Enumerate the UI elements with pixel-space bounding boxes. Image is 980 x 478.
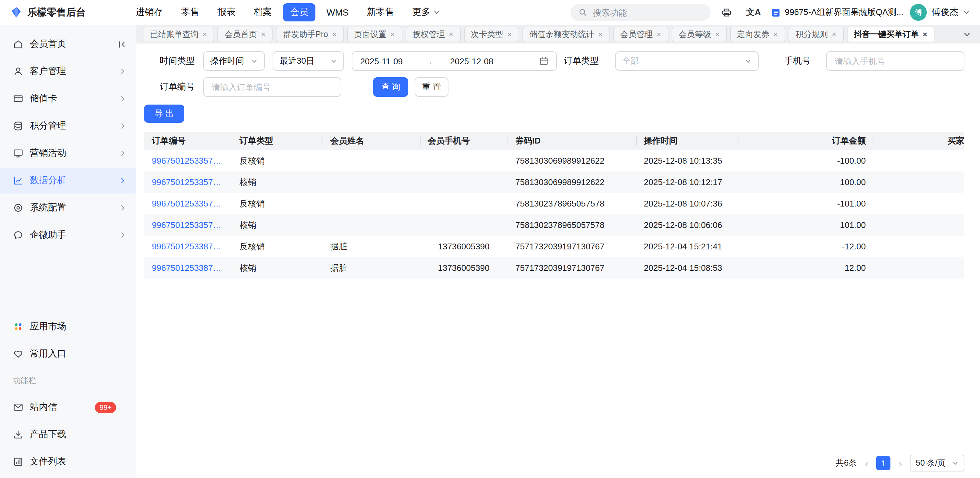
close-icon[interactable]: × — [657, 30, 661, 38]
time-type-select[interactable]: 操作时间 — [203, 51, 265, 71]
export-button[interactable]: 导 出 — [144, 105, 184, 123]
coupon-id-cell: 7571732039197130767 — [508, 257, 636, 279]
close-icon[interactable]: × — [261, 30, 266, 38]
sidebar-item-favorites[interactable]: 常用入口 — [0, 341, 136, 367]
nav-item-new-retail[interactable]: 新零售 — [360, 3, 401, 21]
translate-icon[interactable]: 文A — [743, 6, 765, 18]
member-name-cell: 据脏 — [323, 236, 420, 257]
sidebar-item-member-home[interactable]: 会员首页 — [0, 31, 136, 57]
home-icon — [13, 39, 23, 49]
reset-button[interactable]: 重 置 — [415, 77, 449, 97]
nav-item-member[interactable]: 会员 — [283, 3, 315, 21]
unread-count-badge: 99+ — [95, 402, 116, 413]
amount-cell: 101.00 — [738, 214, 873, 236]
tab-overflow-chevron-icon[interactable] — [961, 30, 974, 38]
member-phone-cell: 13736005390 — [420, 236, 508, 257]
buyer-paid-cell — [873, 214, 964, 236]
close-icon[interactable]: × — [202, 30, 207, 38]
query-button[interactable]: 查 询 — [373, 77, 408, 97]
tab-stored-balance-stats[interactable]: 储值余额变动统计× — [522, 27, 610, 42]
order-type-cell: 核销 — [232, 214, 323, 236]
nav-item-wms[interactable]: WMS — [319, 4, 356, 21]
close-icon[interactable]: × — [773, 30, 778, 38]
member-phone-cell — [420, 214, 508, 236]
sidebar-item-app-market[interactable]: 应用市场 — [0, 314, 136, 340]
tab-group-assistant-pro[interactable]: 群发助手Pro× — [276, 27, 344, 42]
order-type-select[interactable]: 全部 — [615, 51, 758, 71]
date-start[interactable]: 2025-11-09 — [360, 56, 403, 66]
close-icon[interactable]: × — [923, 30, 927, 38]
tab-auth-mgmt[interactable]: 授权管理× — [405, 27, 460, 42]
amount-cell: 100.00 — [738, 172, 873, 193]
close-icon[interactable]: × — [507, 30, 512, 38]
store-switcher[interactable]: 99675-A组新界面果蔬版QA测... — [771, 6, 904, 18]
order-no-input[interactable] — [203, 77, 341, 97]
sidebar-item-file-list[interactable]: 文件列表 — [0, 449, 136, 475]
date-range-picker[interactable]: 2025-11-09 → 2025-12-08 — [352, 51, 557, 71]
chevron-down-icon — [745, 58, 751, 64]
sidebar-item-marketing[interactable]: 营销活动 — [0, 140, 136, 166]
nav-item-retail[interactable]: 零售 — [174, 3, 206, 21]
sidebar-item-wecom-assistant[interactable]: 企微助手 — [0, 222, 136, 248]
op-time-cell: 2025-12-08 10:06:06 — [636, 214, 738, 236]
close-icon[interactable]: × — [390, 30, 395, 38]
print-icon[interactable] — [717, 7, 736, 18]
buyer-paid-cell — [873, 172, 964, 193]
sidebar-item-data-analysis[interactable]: 数据分析 — [0, 167, 136, 194]
sidebar-item-points-mgmt[interactable]: 积分管理 — [0, 113, 136, 139]
date-preset-select[interactable]: 最近30日 — [273, 51, 344, 71]
close-icon[interactable]: × — [449, 30, 453, 38]
close-icon[interactable]: × — [332, 30, 337, 38]
sidebar-item-inbox[interactable]: 站内信 99+ — [0, 394, 136, 420]
close-icon[interactable]: × — [598, 30, 603, 38]
page-size-select[interactable]: 50 条/页 — [910, 455, 964, 472]
sidebar-item-system-config[interactable]: 系统配置 — [0, 195, 136, 221]
col-op-time-header: 操作时间 — [636, 132, 738, 150]
phone-input[interactable] — [826, 51, 964, 71]
close-icon[interactable]: × — [832, 30, 836, 38]
user-menu[interactable]: 傅 傅俊杰 — [910, 4, 970, 21]
order-type-cell: 核销 — [232, 257, 323, 279]
col-member-phone-header: 会员手机号 — [420, 132, 508, 150]
nav-item-more[interactable]: 更多 — [405, 3, 447, 21]
close-icon[interactable]: × — [715, 30, 719, 38]
nav-item-report[interactable]: 报表 — [210, 3, 243, 21]
sidebar-item-customer-mgmt[interactable]: 客户管理 — [0, 59, 136, 84]
buyer-paid-cell — [873, 193, 964, 214]
tab-member-mgmt[interactable]: 会员管理× — [613, 27, 668, 42]
order-no-link[interactable]: 99675012533573... — [144, 172, 232, 193]
file-list-icon — [13, 457, 23, 467]
tab-member-level[interactable]: 会员等级× — [671, 27, 727, 42]
tab-points-rules[interactable]: 积分规则× — [788, 27, 843, 42]
order-no-link[interactable]: 99675012533573... — [144, 214, 232, 236]
order-no-link[interactable]: 99675012533873... — [144, 236, 232, 257]
collapse-sidebar-icon[interactable] — [117, 39, 127, 49]
tab-member-home[interactable]: 会员首页× — [217, 27, 273, 42]
order-no-field[interactable] — [210, 81, 334, 92]
order-no-link[interactable]: 99675012533873... — [144, 257, 232, 279]
nav-item-purchase[interactable]: 进销存 — [129, 3, 170, 21]
search-icon — [578, 8, 587, 17]
order-no-link[interactable]: 99675012533573... — [144, 150, 232, 172]
filter-row-2: 订单编号 查 询 重 置 — [144, 77, 964, 97]
date-end[interactable]: 2025-12-08 — [450, 56, 493, 66]
tab-page-settings[interactable]: 页面设置× — [347, 27, 402, 42]
tab-targeted-coupon[interactable]: 定向发券× — [730, 27, 785, 42]
next-page-icon[interactable]: › — [897, 457, 904, 468]
phone-field[interactable] — [833, 56, 957, 67]
sidebar-item-product-download[interactable]: 产品下载 — [0, 422, 136, 448]
member-phone-cell — [420, 172, 508, 193]
tab-douyin-one-click-order[interactable]: 抖音一键买单订单× — [846, 27, 934, 42]
current-page-button[interactable]: 1 — [877, 456, 891, 470]
tab-pass-card-type[interactable]: 次卡类型× — [464, 27, 519, 42]
gear-icon — [13, 202, 23, 213]
prev-page-icon[interactable]: ‹ — [864, 457, 870, 468]
nav-item-archive[interactable]: 档案 — [247, 3, 279, 21]
search-field[interactable] — [592, 7, 679, 18]
sidebar-item-stored-value-card[interactable]: 储值卡 — [0, 86, 136, 112]
chevron-right-icon — [119, 122, 127, 130]
order-no-link[interactable]: 99675012533573... — [144, 193, 232, 214]
tab-settled-bill-query[interactable]: 已结账单查询× — [143, 27, 214, 42]
search-input[interactable] — [571, 4, 711, 21]
brand-diamond-icon — [10, 6, 22, 18]
